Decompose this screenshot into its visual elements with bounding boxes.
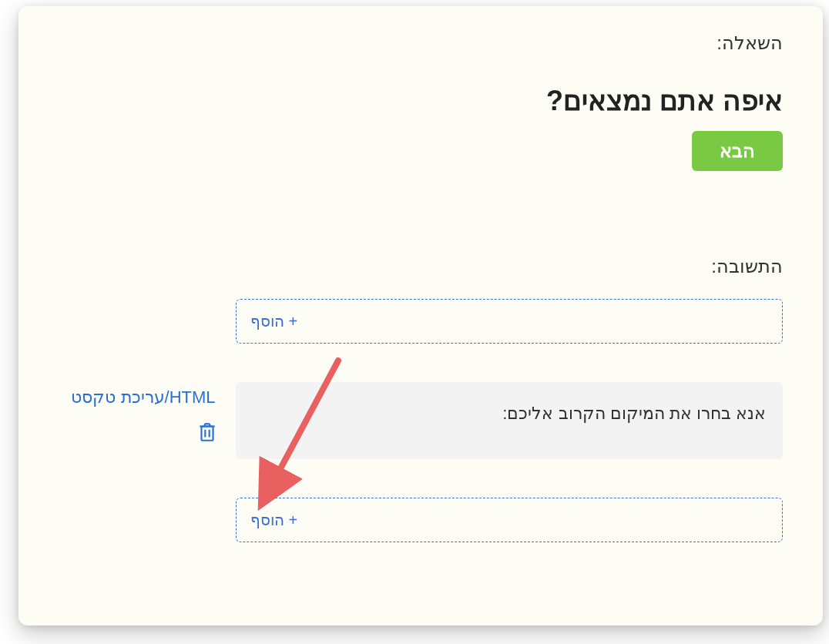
- editor-card: השאלה: איפה אתם נמצאים? הבא התשובה: הוסף…: [18, 6, 823, 626]
- block-side-controls: עריכת טקסט/HTML: [59, 387, 228, 445]
- delete-block-button[interactable]: [197, 421, 217, 445]
- add-block-after[interactable]: הוסף +: [236, 498, 783, 542]
- svg-rect-0: [201, 426, 213, 440]
- question-label: השאלה:: [59, 32, 783, 54]
- next-button-row: הבא: [59, 131, 783, 171]
- add-block-before[interactable]: הוסף +: [236, 299, 783, 344]
- trash-icon: [197, 421, 217, 443]
- answer-area: הוסף + אנא בחרו את המיקום הקרוב אליכם: ה…: [59, 299, 783, 542]
- question-text: איפה אתם נמצאים?: [59, 85, 783, 117]
- edit-html-link[interactable]: עריכת טקסט/HTML: [59, 387, 228, 408]
- answer-label: התשובה:: [59, 256, 783, 277]
- next-button[interactable]: הבא: [692, 131, 783, 171]
- answer-text-block[interactable]: אנא בחרו את המיקום הקרוב אליכם:: [236, 382, 783, 459]
